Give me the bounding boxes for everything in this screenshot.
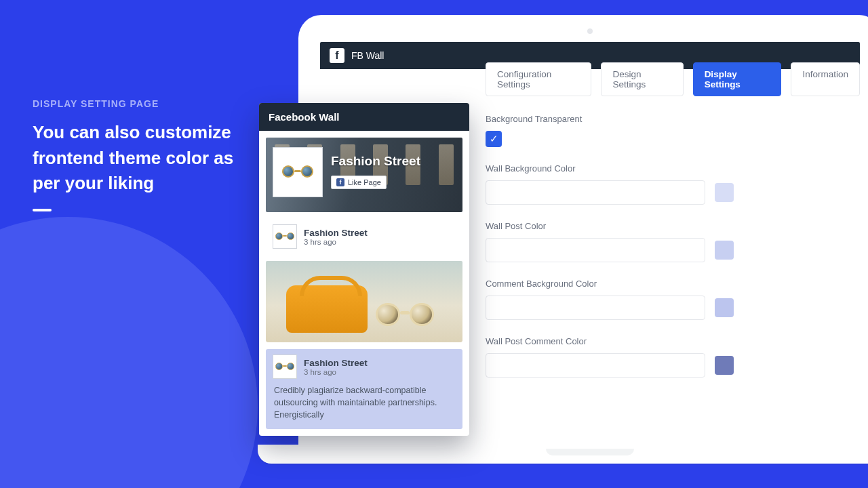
sunglasses-illustration bbox=[376, 303, 434, 327]
wall-bg-color-input[interactable] bbox=[486, 180, 705, 205]
post-author: Fashion Street bbox=[304, 228, 368, 238]
post-author: Fashion Street bbox=[304, 358, 368, 368]
display-settings-form: Background Transparent ✓ Wall Background… bbox=[486, 114, 860, 378]
post-avatar bbox=[273, 224, 297, 249]
like-page-label: Like Page bbox=[348, 178, 381, 186]
wall-post-comment-color-input[interactable] bbox=[486, 353, 705, 378]
like-page-button[interactable]: f Like Page bbox=[331, 176, 387, 189]
tab-information[interactable]: Information bbox=[791, 62, 860, 96]
bg-transparent-label: Background Transparent bbox=[486, 114, 860, 124]
comment-bg-color-swatch[interactable] bbox=[715, 298, 734, 317]
comment-bg-color-input[interactable] bbox=[486, 296, 705, 320]
page-name: Fashion Street bbox=[331, 154, 420, 169]
bg-transparent-checkbox[interactable]: ✓ bbox=[486, 131, 502, 147]
post-avatar bbox=[273, 354, 297, 379]
background-decoration bbox=[0, 217, 258, 488]
wall-bg-color-label: Wall Background Color bbox=[486, 163, 860, 174]
wall-post: Fashion Street 3 hrs ago Credibly plagia… bbox=[266, 349, 462, 429]
hero-headline: You can also customize frontend theme co… bbox=[33, 120, 236, 197]
tab-configuration-settings[interactable]: Configuration Settings bbox=[486, 62, 591, 96]
wall-post-comment-color-swatch[interactable] bbox=[715, 356, 734, 375]
bag-illustration bbox=[286, 285, 368, 333]
wall-post-comment-color-label: Wall Post Comment Color bbox=[486, 336, 860, 346]
post-image bbox=[266, 261, 462, 342]
camera-dot bbox=[587, 28, 593, 34]
sunglasses-icon bbox=[282, 165, 313, 179]
laptop-base bbox=[258, 445, 868, 464]
wall-bg-color-swatch[interactable] bbox=[715, 183, 734, 202]
check-icon: ✓ bbox=[490, 133, 498, 145]
wall-post-color-label: Wall Post Color bbox=[486, 221, 860, 231]
post-time: 3 hrs ago bbox=[304, 368, 368, 376]
wall-post: Fashion Street 3 hrs ago bbox=[266, 219, 462, 342]
wall-post-color-input[interactable] bbox=[486, 238, 705, 262]
tabs: Configuration Settings Design Settings D… bbox=[486, 62, 860, 96]
tab-design-settings[interactable]: Design Settings bbox=[601, 62, 683, 96]
page-avatar bbox=[273, 147, 323, 197]
hero-eyebrow: DISPLAY SETTING PAGE bbox=[33, 98, 236, 109]
facebook-icon: f bbox=[336, 178, 344, 186]
tab-display-settings[interactable]: Display Settings bbox=[693, 62, 782, 96]
post-time: 3 hrs ago bbox=[304, 238, 368, 246]
wall-post-color-swatch[interactable] bbox=[715, 241, 734, 260]
post-text: Credibly plagiarize backward-compatible … bbox=[266, 383, 462, 429]
cover-image: Fashion Street f Like Page bbox=[266, 138, 462, 212]
facebook-wall-preview: Facebook Wall Fashion Street f Like Page… bbox=[259, 103, 469, 436]
hero-copy: DISPLAY SETTING PAGE You can also custom… bbox=[33, 98, 236, 211]
preview-title: Facebook Wall bbox=[259, 103, 469, 131]
comment-bg-color-label: Comment Background Color bbox=[486, 279, 860, 289]
hero-divider bbox=[33, 209, 52, 211]
laptop-notch bbox=[546, 449, 634, 455]
